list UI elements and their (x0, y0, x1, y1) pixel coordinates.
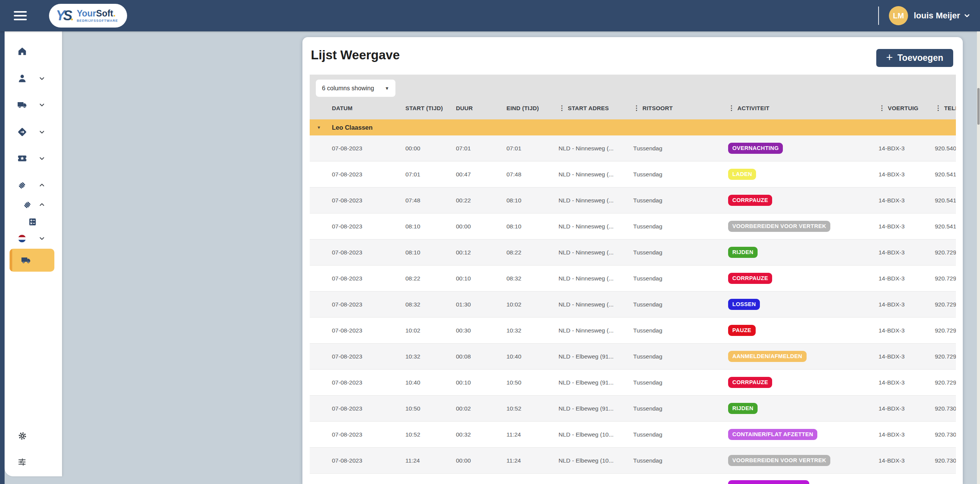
cell-duur: 00:10 (452, 379, 503, 386)
cell-start-tijd: 11:24 (402, 457, 452, 464)
add-button[interactable]: + Toevoegen (876, 49, 953, 67)
ticket-icon (17, 153, 27, 163)
cell-ritsoort: Tussendag (627, 327, 722, 334)
table-row[interactable]: 07-08-202310:0200:3010:32NLD - Ninnesweg… (310, 318, 956, 344)
cell-activiteit: RIJDEN (722, 403, 872, 414)
truck-icon (17, 100, 27, 110)
cell-ritsoort: Tussendag (627, 457, 722, 464)
cell-ritsoort: Tussendag (627, 353, 722, 360)
column-header-datum[interactable]: DATUM (328, 105, 402, 111)
cell-ritsoort: Tussendag (627, 405, 722, 412)
table-row[interactable]: 07-08-202310:5200:3211:24NLD - Elbeweg (… (310, 422, 956, 448)
group-row[interactable]: ▼ Leo Claassen (310, 119, 956, 135)
column-header-duur[interactable]: DUUR (452, 105, 503, 111)
cell-activiteit: LADEN (722, 169, 872, 180)
table-row[interactable]: 07-08-202308:1000:0008:10NLD - Ninnesweg… (310, 213, 956, 240)
column-header-start-tijd-[interactable]: START (TIJD) (402, 105, 452, 111)
cell-ritsoort: Tussendag (627, 145, 722, 152)
table-row[interactable]: 07-08-202300:0007:0107:01NLD - Ninnesweg… (310, 135, 956, 161)
column-header-start-adres[interactable]: ⋮START ADRES (552, 104, 627, 112)
drag-handle-icon[interactable]: ⋮ (935, 104, 941, 112)
chevron-down-icon (38, 129, 46, 136)
sidebar-item-language-dutch[interactable] (5, 230, 62, 247)
activity-badge: VOORBEREIDEN VOOR VERTREK (728, 455, 830, 466)
scrollbar-thumb[interactable] (977, 88, 980, 125)
cell-duur: 00:00 (452, 223, 503, 230)
cell-activiteit: AANMELDEN/AFMELDEN (722, 351, 872, 362)
logo[interactable]: YS. YourSoft. BEDRIJFSSOFTWARE (49, 4, 127, 28)
cell-teller: 920.541 k (929, 197, 956, 204)
cell-datum: 07-08-2023 (328, 405, 402, 412)
cell-eind-tijd: 10:40 (503, 353, 552, 360)
table-row[interactable]: 07-08-202307:0100:4707:48NLD - Ninnesweg… (310, 161, 956, 187)
cell-teller: 920.540 k (929, 145, 956, 152)
activity-badge: VOORBEREIDEN VOOR VERTREK (728, 221, 830, 232)
column-header-ritsoort[interactable]: ⋮RITSOORT (627, 104, 722, 112)
cell-start-tijd: 07:48 (402, 197, 452, 204)
cell-teller: 920.729 k (929, 275, 956, 282)
drag-handle-icon[interactable]: ⋮ (728, 104, 735, 112)
cell-start-adres: NLD - Ninnesweg (... (552, 327, 627, 334)
column-header-eind-tijd-[interactable]: EIND (TIJD) (503, 105, 552, 111)
user-menu[interactable]: louis Meijer (914, 11, 960, 21)
sidebar-item-vehicles[interactable] (5, 96, 62, 113)
table-row[interactable]: 07-08-202311:2400:0011:24NLD - Elbeweg (… (310, 448, 956, 474)
divider (878, 7, 879, 25)
cell-ritsoort: Tussendag (627, 379, 722, 386)
chevron-down-icon (38, 101, 46, 109)
collapse-triangle-icon[interactable]: ▼ (317, 125, 321, 130)
table-body: 07-08-202300:0007:0107:01NLD - Ninnesweg… (310, 135, 956, 484)
cell-datum: 07-08-2023 (328, 431, 402, 438)
table-row[interactable]: 07-08-202310:3200:0810:40NLD - Elbeweg (… (310, 344, 956, 370)
cell-eind-tijd: 10:52 (503, 405, 552, 412)
sidebar-item-preferences[interactable] (5, 453, 62, 470)
cell-datum: 07-08-2023 (328, 171, 402, 178)
table-row[interactable]: 07-08-202308:1000:1208:22NLD - Ninnesweg… (310, 240, 956, 266)
cell-voertuig: 14-BDX-3 (872, 379, 929, 386)
cell-duur: 00:47 (452, 171, 503, 178)
cell-datum: 07-08-2023 (328, 457, 402, 464)
drag-handle-icon[interactable]: ⋮ (633, 104, 640, 112)
chevron-down-icon (38, 75, 46, 82)
column-header-voertuig[interactable]: ⋮VOERTUIG (872, 104, 929, 112)
sidebar-item-users[interactable] (5, 70, 62, 87)
table-row[interactable]: 07-08-202307:4800:2208:10NLD - Ninnesweg… (310, 187, 956, 213)
menu-button[interactable] (14, 10, 29, 21)
sidebar-item-partners-sub[interactable] (5, 196, 62, 213)
table-row-partial[interactable] (310, 474, 956, 484)
chevron-down-icon[interactable] (963, 12, 971, 20)
sidebar-item-settings[interactable] (5, 427, 62, 444)
drag-handle-icon[interactable]: ⋮ (559, 104, 565, 112)
scrollbar[interactable] (977, 31, 980, 484)
cell-teller: 920.541 k (929, 171, 956, 178)
avatar[interactable]: LM (889, 6, 908, 25)
sidebar-item-home[interactable] (5, 43, 62, 60)
sidebar-item-vehicle-list[interactable] (10, 249, 54, 272)
cell-eind-tijd: 08:22 (503, 249, 552, 256)
cell-voertuig: 14-BDX-3 (872, 145, 929, 152)
cell-eind-tijd: 10:50 (503, 379, 552, 386)
activity-badge: CORRPAUZE (728, 195, 772, 206)
sidebar-item-partners[interactable] (5, 177, 62, 194)
column-header-activiteit[interactable]: ⋮ACTIVITEIT (722, 104, 872, 112)
cell-eind-tijd: 11:24 (503, 457, 552, 464)
table-row[interactable]: 07-08-202308:3201:3010:02NLD - Ninnesweg… (310, 292, 956, 318)
caret-down-icon: ▼ (385, 86, 389, 91)
chevron-down-icon (38, 235, 46, 242)
table-row[interactable]: 07-08-202310:4000:1010:50NLD - Elbeweg (… (310, 370, 956, 396)
cell-voertuig: 14-BDX-3 (872, 275, 929, 282)
sidebar-item-activities[interactable] (5, 150, 62, 167)
table-row[interactable]: 07-08-202308:2200:1008:32NLD - Ninnesweg… (310, 266, 956, 292)
column-header-teller[interactable]: ⋮TELLER (929, 104, 956, 112)
hamburger-icon (14, 11, 27, 13)
cell-duur: 00:02 (452, 405, 503, 412)
activity-badge: RIJDEN (728, 247, 758, 258)
table-row[interactable]: 07-08-202310:5000:0210:52NLD - Elbeweg (… (310, 396, 956, 422)
columns-dropdown[interactable]: 6 columns showing ▼ (316, 80, 395, 97)
sidebar-item-trips[interactable] (5, 124, 62, 140)
sidebar-item-calculation[interactable] (5, 213, 62, 230)
cell-voertuig: 14-BDX-3 (872, 223, 929, 230)
table-toolbar: 6 columns showing ▼ DATUMSTART (TIJD)DUU… (310, 75, 956, 119)
drag-handle-icon[interactable]: ⋮ (879, 104, 885, 112)
cell-start-tijd: 10:02 (402, 327, 452, 334)
